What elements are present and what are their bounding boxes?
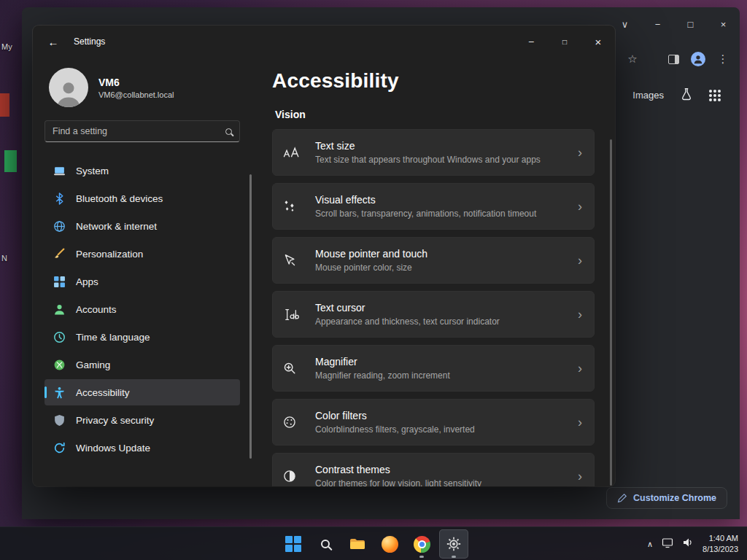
folder-icon xyxy=(349,535,366,553)
chevron-right-icon: › xyxy=(578,253,582,268)
settings-window: ← Settings − □ × VM6 VM6@collabnet.local xyxy=(33,26,615,486)
file-explorer-button[interactable] xyxy=(343,529,372,559)
sidebar-item-label: Windows Update xyxy=(76,443,150,454)
search-input[interactable] xyxy=(53,126,225,136)
sidebar-item-system[interactable]: System xyxy=(44,158,240,184)
desktop-icon-label: My xyxy=(1,42,12,51)
user-account-card[interactable]: VM6 VM6@collabnet.local xyxy=(44,62,240,120)
settings-app-button[interactable] xyxy=(439,529,468,559)
card-subtitle: Colorblindness filters, grayscale, inver… xyxy=(315,424,578,435)
windows-logo-icon xyxy=(285,536,301,552)
card-title: Color filters xyxy=(315,410,578,421)
browser-toolbar: ☆ ⋮ xyxy=(600,50,731,69)
browser-maximize-button[interactable]: □ xyxy=(674,14,707,34)
sidebar-item-privacy-security[interactable]: Privacy & security xyxy=(44,407,240,433)
sidebar-item-label: Accessibility xyxy=(76,387,130,398)
card-title: Text cursor xyxy=(315,302,578,314)
section-heading: Vision xyxy=(275,109,595,120)
sidebar-item-label: Network & internet xyxy=(76,221,157,232)
settings-card-magnifier[interactable]: Magnifier Magnifier reading, zoom increm… xyxy=(272,345,595,392)
desktop-icon-fragment xyxy=(4,150,17,172)
settings-card-contrast-themes[interactable]: Contrast themes Color themes for low vis… xyxy=(272,453,595,486)
display-tray-icon[interactable] xyxy=(662,537,673,551)
card-title: Mouse pointer and touch xyxy=(315,248,578,260)
profile-avatar-icon[interactable] xyxy=(690,51,706,67)
settings-content: Accessibility Vision Text size Text size… xyxy=(252,58,615,486)
sidebar-item-label: Gaming xyxy=(76,359,110,370)
customize-chrome-label: Customize Chrome xyxy=(633,493,716,503)
side-panel-icon[interactable] xyxy=(665,51,681,67)
text-cursor-icon xyxy=(283,308,315,321)
shield-icon xyxy=(53,414,66,427)
back-button[interactable]: ← xyxy=(39,30,68,53)
labs-beaker-icon[interactable] xyxy=(680,88,693,103)
sidebar-item-time-language[interactable]: Time & language xyxy=(44,324,240,350)
settings-card-visual-effects[interactable]: Visual effects Scroll bars, transparency… xyxy=(272,183,595,230)
browser-close-button[interactable]: × xyxy=(707,14,740,34)
settings-card-color-filters[interactable]: Color filters Colorblindness filters, gr… xyxy=(272,399,595,446)
card-subtitle: Appearance and thickness, text cursor in… xyxy=(315,316,578,327)
card-title: Text size xyxy=(315,140,578,152)
chevron-up-icon[interactable]: ∧ xyxy=(647,540,653,549)
mouse-pointer-icon xyxy=(283,254,315,267)
card-title: Visual effects xyxy=(315,194,578,206)
contrast-icon xyxy=(283,470,315,483)
sidebar-item-gaming[interactable]: Gaming xyxy=(44,351,240,378)
bookmark-star-icon[interactable]: ☆ xyxy=(624,51,640,67)
system-icon xyxy=(53,165,66,177)
firefox-icon xyxy=(382,536,398,553)
chevron-right-icon: › xyxy=(578,307,582,322)
content-scrollbar[interactable] xyxy=(610,139,612,486)
pencil-icon xyxy=(617,493,627,503)
search-icon xyxy=(321,540,330,548)
settings-card-text-size[interactable]: Text size Text size that appears through… xyxy=(272,129,595,176)
user-avatar xyxy=(49,68,88,107)
card-subtitle: Text size that appears throughout Window… xyxy=(315,155,578,165)
user-name: VM6 xyxy=(98,77,174,88)
taskbar-clock[interactable]: 1:40 AM 8/13/2023 xyxy=(703,533,741,556)
browser-menu-icon[interactable]: ⋮ xyxy=(715,51,731,67)
bluetooth-icon xyxy=(53,192,66,205)
chevron-right-icon: › xyxy=(578,469,582,484)
sidebar-item-accounts[interactable]: Accounts xyxy=(44,296,240,322)
selection-indicator xyxy=(44,386,47,398)
card-subtitle: Color themes for low vision, light sensi… xyxy=(315,478,578,486)
customize-chrome-button[interactable]: Customize Chrome xyxy=(606,487,727,509)
minimize-button[interactable]: − xyxy=(514,26,548,58)
volume-icon[interactable] xyxy=(682,537,694,551)
settings-card-mouse-pointer-touch[interactable]: Mouse pointer and touch Mouse pointer co… xyxy=(272,237,595,284)
sidebar-item-apps[interactable]: Apps xyxy=(44,268,240,295)
sidebar-item-label: Bluetooth & devices xyxy=(76,193,163,204)
close-button[interactable]: × xyxy=(581,26,615,58)
sidebar-item-network-internet[interactable]: Network & internet xyxy=(44,213,240,239)
sidebar-item-label: Apps xyxy=(76,276,98,287)
sidebar-item-bluetooth-devices[interactable]: Bluetooth & devices xyxy=(44,185,240,211)
card-subtitle: Mouse pointer color, size xyxy=(315,262,578,273)
google-apps-grid-icon[interactable] xyxy=(709,90,721,101)
text-size-icon xyxy=(283,147,315,159)
clock-time: 1:40 AM xyxy=(703,533,738,544)
maximize-button[interactable]: □ xyxy=(548,26,581,58)
sidebar-item-label: Time & language xyxy=(76,332,150,343)
chrome-button[interactable] xyxy=(407,529,436,559)
color-filters-icon xyxy=(283,416,315,429)
globe-icon xyxy=(53,220,66,233)
browser-minimize-button[interactable]: − xyxy=(641,14,674,34)
update-arrows-icon xyxy=(53,442,66,454)
taskbar-search-button[interactable] xyxy=(311,529,340,559)
taskbar-tray: ∧ 1:40 AM 8/13/2023 xyxy=(647,527,741,560)
settings-sidebar: VM6 VM6@collabnet.local System Bluetooth… xyxy=(33,58,252,486)
person-icon xyxy=(53,303,66,316)
sidebar-item-personalization[interactable]: Personalization xyxy=(44,241,240,267)
sidebar-item-accessibility[interactable]: Accessibility xyxy=(44,379,240,405)
start-button[interactable] xyxy=(279,529,308,559)
settings-card-text-cursor[interactable]: Text cursor Appearance and thickness, te… xyxy=(272,291,595,338)
visual-effects-icon xyxy=(283,200,315,213)
clock-date: 8/13/2023 xyxy=(703,544,738,555)
images-link[interactable]: Images xyxy=(632,90,664,101)
chrome-icon xyxy=(414,536,430,553)
sidebar-item-windows-update[interactable]: Windows Update xyxy=(44,435,240,461)
firefox-button[interactable] xyxy=(375,529,404,559)
settings-search-box[interactable] xyxy=(44,120,240,142)
clock-icon xyxy=(53,331,66,343)
